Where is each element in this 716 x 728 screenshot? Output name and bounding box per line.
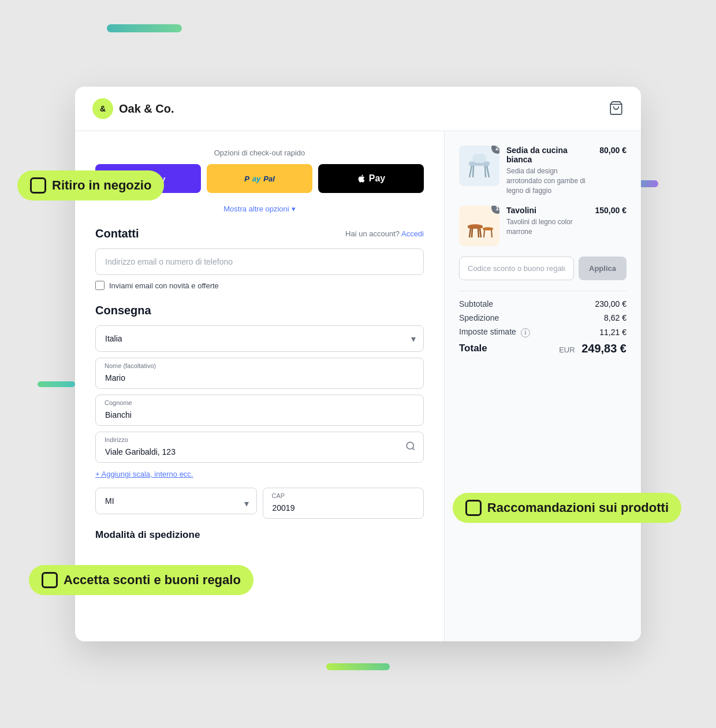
tax-label: Imposte stimate ℹ <box>459 327 530 337</box>
discount-row: Applica <box>459 257 626 280</box>
cap-group: CAP <box>263 488 424 519</box>
svg-line-19 <box>484 230 484 237</box>
newsletter-row: Inviami email con novità e offerte <box>95 281 424 290</box>
add-extras-link[interactable]: + Aggiungi scala, interno ecc. <box>95 470 193 478</box>
logo-icon: & <box>92 98 113 119</box>
svg-line-8 <box>473 166 473 177</box>
address-input[interactable] <box>95 432 424 463</box>
svg-rect-12 <box>468 225 483 228</box>
contatti-title: Contatti <box>95 227 139 240</box>
cart-button[interactable] <box>609 101 624 117</box>
login-hint: Hai un account? Accedi <box>345 229 424 238</box>
item-price-2: 150,00 € <box>595 206 627 215</box>
search-icon <box>405 441 416 454</box>
item-img-1: 2 <box>459 146 499 186</box>
login-link[interactable]: Accedi <box>401 229 424 238</box>
item-desc-2: Tavolini di legno color marrone <box>506 217 588 237</box>
pill-ritiro: Ritiro in negozio <box>17 170 164 200</box>
info-icon[interactable]: ℹ <box>521 328 530 337</box>
shipping-row: Spedizione 8,62 € <box>459 313 626 322</box>
subtotal-value: 230,00 € <box>595 299 627 309</box>
discount-input[interactable] <box>459 257 574 280</box>
tax-value: 11,21 € <box>599 328 626 337</box>
logo-text: Oak & Co. <box>119 102 174 116</box>
province-cap-row: MI ▾ CAP <box>95 488 424 519</box>
pill-ritiro-icon <box>30 177 46 194</box>
header: & Oak & Co. <box>75 87 641 131</box>
newsletter-checkbox[interactable] <box>95 281 105 290</box>
cap-input[interactable] <box>263 488 424 519</box>
last-name-input[interactable] <box>95 395 424 426</box>
pill-ritiro-label: Ritiro in negozio <box>52 178 151 193</box>
item-desc-1: Sedia dal design arrotondato con gambe d… <box>506 166 592 195</box>
subtotal-row: Subtotale 230,00 € <box>459 299 626 309</box>
item-details-1: Sedia da cucina bianca Sedia dal design … <box>506 146 592 195</box>
pill-accetta: Accetta sconti e buoni regalo <box>29 565 253 595</box>
subtotal-label: Subtotale <box>459 299 493 309</box>
order-item-1: 2 <box>459 146 626 195</box>
deco-bar-top <box>107 24 182 32</box>
email-input[interactable] <box>95 248 424 275</box>
pill-raccomandazioni-icon <box>465 500 482 516</box>
cart-icon <box>609 101 624 116</box>
svg-line-16 <box>478 228 479 237</box>
more-options-link[interactable]: Mostra altre opzioni ▾ <box>95 205 424 213</box>
first-name-group: Nome (facoltativo) <box>95 358 424 389</box>
quick-checkout-label: Opzioni di check-out rapido <box>95 148 424 157</box>
item-details-2: Tavolini Tavolini di legno color marrone <box>506 206 588 237</box>
grand-total-row: Totale EUR 249,83 € <box>459 342 626 355</box>
country-select-wrapper: Italia ▾ <box>95 325 424 352</box>
right-panel: 2 <box>445 131 641 641</box>
item-name-2: Tavolini <box>506 206 588 215</box>
svg-line-9 <box>485 166 486 177</box>
shipping-label: Spedizione <box>459 313 499 322</box>
pill-accetta-label: Accetta sconti e buoni regalo <box>64 573 241 588</box>
item-name-1: Sedia da cucina bianca <box>506 146 592 164</box>
main-card: & Oak & Co. Opzioni di check-out rapido … <box>75 87 641 641</box>
province-select[interactable]: MI <box>95 488 257 514</box>
apple-pay-button[interactable]: Pay <box>318 164 424 193</box>
grand-total-value: EUR 249,83 € <box>559 342 626 355</box>
paypal-button[interactable]: P ay Pal <box>207 164 312 193</box>
pill-accetta-icon <box>42 572 58 588</box>
svg-rect-5 <box>472 154 486 163</box>
item-img-2: 1 <box>459 206 499 246</box>
deco-bar-bottom <box>326 663 390 670</box>
item-price-1: 80,00 € <box>599 146 626 155</box>
grand-total-label: Totale <box>459 343 487 354</box>
province-select-wrapper: MI ▾ <box>95 488 257 519</box>
pill-raccomandazioni-label: Raccomandazioni sui prodotti <box>487 500 669 515</box>
apple-pay-label: Pay <box>369 173 385 184</box>
pill-raccomandazioni: Raccomandazioni sui prodotti <box>453 493 681 523</box>
svg-line-20 <box>491 230 492 237</box>
shipping-value: 8,62 € <box>604 313 626 322</box>
logo-area: & Oak & Co. <box>92 98 174 119</box>
newsletter-label: Inviami email con novità e offerte <box>109 281 219 290</box>
contatti-header: Contatti Hai un account? Accedi <box>95 227 424 240</box>
address-group: Indirizzo <box>95 432 424 463</box>
order-item-2: 1 <box>459 206 626 246</box>
apply-button[interactable]: Applica <box>579 257 626 280</box>
last-name-group: Cognome <box>95 395 424 426</box>
apple-icon <box>357 174 366 183</box>
svg-point-1 <box>407 442 413 449</box>
svg-line-15 <box>472 228 472 237</box>
svg-rect-18 <box>483 228 493 230</box>
totals-section: Subtotale 230,00 € Spedizione 8,62 € Imp… <box>459 291 626 355</box>
deco-bar-left <box>38 381 75 387</box>
country-select[interactable]: Italia <box>95 325 424 352</box>
tax-row: Imposte stimate ℹ 11,21 € <box>459 327 626 337</box>
chevron-down-icon: ▾ <box>292 205 296 213</box>
first-name-input[interactable] <box>95 358 424 389</box>
consegna-title: Consegna <box>95 304 424 317</box>
currency-hint: EUR <box>559 346 575 354</box>
shipping-title: Modalità di spedizione <box>95 529 424 541</box>
